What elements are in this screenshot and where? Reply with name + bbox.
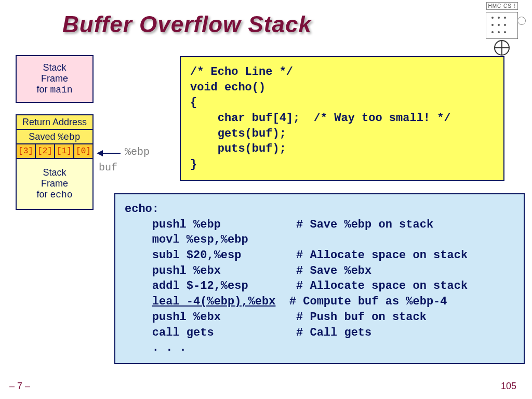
asm-code-box: echo: pushl %ebp # Save %ebp on stack mo… bbox=[114, 193, 525, 364]
echo-frame-l1: Stack bbox=[17, 167, 92, 178]
main-frame-l3: for main bbox=[17, 84, 92, 96]
main-frame-l1: Stack bbox=[17, 62, 92, 73]
logo-banner: HMC CS ! bbox=[486, 2, 518, 10]
buf-cell-0: [0] bbox=[73, 143, 94, 159]
return-address-cell: Return Address bbox=[16, 114, 94, 130]
arrow-ebp-icon bbox=[98, 153, 121, 154]
c-code-box: /* Echo Line */ void echo() { char buf[4… bbox=[180, 56, 504, 181]
robot-icon bbox=[486, 12, 518, 39]
main-frame-l2: Frame bbox=[17, 73, 92, 84]
echo-frame-l2: Frame bbox=[17, 178, 92, 189]
buf-row: [3] [2] [1] [0] bbox=[16, 143, 94, 159]
footer-page-left: – 7 – bbox=[9, 381, 30, 392]
saved-ebp-cell: Saved %ebp bbox=[16, 129, 94, 144]
buf-cell-2: [2] bbox=[35, 143, 55, 159]
stack-frame-main: Stack Frame for main bbox=[16, 55, 94, 103]
ebp-label: %ebp bbox=[125, 146, 150, 158]
stack-diagram: Stack Frame for main Return Address Save… bbox=[16, 56, 94, 210]
stack-frame-echo: Stack Frame for echo bbox=[16, 158, 94, 210]
footer-page-right: 105 bbox=[501, 381, 516, 392]
buf-cell-1: [1] bbox=[54, 143, 74, 159]
buf-label: buf bbox=[99, 162, 117, 174]
buf-cell-3: [3] bbox=[16, 143, 36, 159]
wheel-icon bbox=[494, 40, 510, 56]
echo-frame-l3: for echo bbox=[17, 189, 92, 201]
hmc-logo: HMC CS ! bbox=[476, 2, 528, 57]
slide-title: Buffer Overflow Stack bbox=[62, 11, 312, 37]
